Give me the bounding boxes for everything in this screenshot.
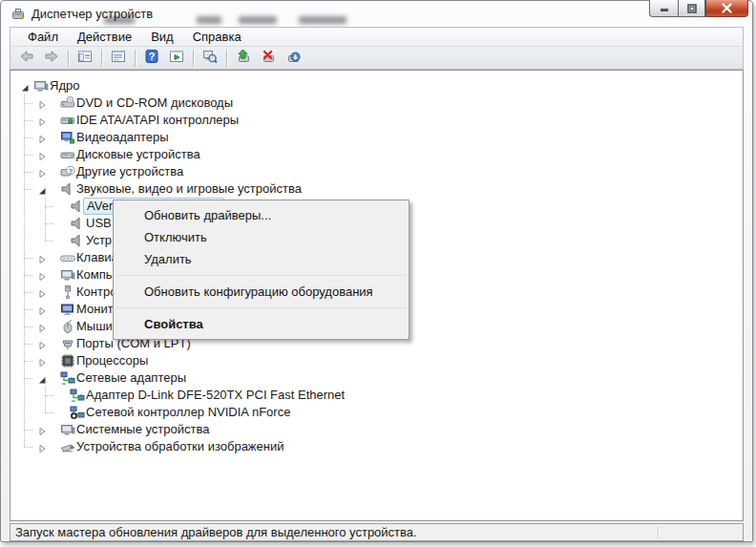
context-menu-item[interactable]: Обновить драйверы... [114, 204, 409, 226]
tree-item[interactable]: Ядро [10, 77, 743, 95]
context-menu: Обновить драйверы...ОтключитьУдалитьОбно… [113, 200, 410, 340]
tree-item-label[interactable]: Видеоадаптеры [74, 130, 172, 145]
minimize-button[interactable] [649, 0, 678, 17]
maximize-button[interactable] [678, 0, 705, 17]
scan-computer-button[interactable] [199, 48, 221, 69]
tree-guide-stub [24, 172, 33, 173]
tree-item-label[interactable]: Системные устройства [74, 422, 212, 437]
toolbar-separator [226, 50, 227, 67]
tree-guide-stub [45, 241, 54, 242]
toolbar-separator [193, 50, 194, 67]
minimize-icon [660, 4, 669, 12]
tree-item[interactable]: IDE ATA/ATAPI контроллеры [10, 112, 743, 129]
tree-item-label[interactable]: Устр [83, 233, 115, 248]
menu-action[interactable]: Действие [68, 28, 141, 46]
collapse-arrow-icon[interactable] [37, 373, 47, 383]
context-menu-item[interactable]: Свойства [114, 313, 409, 335]
maximize-icon [687, 4, 697, 13]
tree-item[interactable]: ?Другие устройства [10, 163, 743, 180]
svg-text:?: ? [69, 167, 74, 176]
context-menu-item[interactable]: Удалить [114, 248, 409, 270]
context-menu-separator [116, 307, 407, 308]
tree-item-label[interactable]: Сетевой контроллер NVIDIA nForce [83, 405, 293, 420]
tree-item[interactable]: Звуковые, видео и игровые устройства [10, 180, 743, 198]
forward-arrow-icon [44, 49, 59, 68]
expand-arrow-icon[interactable] [37, 150, 47, 159]
tree-guide-stub [24, 344, 33, 345]
tree-item-label[interactable]: IDE ATA/ATAPI контроллеры [74, 113, 242, 128]
expand-arrow-icon[interactable] [37, 167, 47, 177]
status-text: Запуск мастера обновления драйверов для … [15, 525, 417, 540]
tree-item-label[interactable]: Звуковые, видео и игровые устройства [74, 181, 304, 197]
tree-guide-stub [24, 309, 33, 310]
tree-guide-stub [24, 326, 33, 327]
expand-arrow-icon[interactable] [37, 425, 47, 434]
menu-file[interactable]: Файл [18, 28, 68, 46]
expand-arrow-icon[interactable] [37, 322, 47, 331]
menu-view[interactable]: Вид [141, 28, 183, 46]
toolbar-separator [135, 50, 136, 67]
tree-item[interactable]: Дисковые устройства [10, 146, 743, 163]
tree-item-label[interactable]: DVD и CD-ROM дисководы [74, 95, 236, 111]
tree-guide-stub [24, 189, 33, 190]
tree-item[interactable]: DVD и CD-ROM дисководы [10, 95, 743, 112]
tree-guide-stub [24, 155, 33, 156]
hardware-scan-icon [285, 49, 301, 68]
tree-item-label[interactable]: USB [83, 216, 115, 231]
tree-item[interactable]: Сетевые адаптеры [10, 369, 743, 387]
tree-item[interactable]: Адаптер D-Link DFE-520TX PCI Fast Ethern… [10, 387, 743, 404]
close-button[interactable] [705, 0, 748, 17]
help-icon: ? [144, 49, 159, 68]
tree-guide-stub [24, 378, 33, 379]
tree-item-label[interactable]: Другие устройства [74, 164, 186, 179]
action-pane-button[interactable] [165, 48, 188, 69]
uninstall-device-icon [261, 49, 276, 68]
context-menu-item[interactable]: Обновить конфигурацию оборудования [114, 281, 409, 303]
scan-computer-icon [202, 49, 218, 68]
tree-item-label[interactable]: Дисковые устройства [74, 147, 203, 162]
expand-arrow-icon[interactable] [37, 270, 47, 280]
expand-arrow-icon[interactable] [37, 116, 47, 125]
back-arrow-button[interactable] [15, 48, 38, 69]
properties-button[interactable] [107, 48, 130, 69]
tree-guide-stub [24, 292, 33, 293]
menu-help[interactable]: Справка [183, 28, 251, 46]
help-button[interactable]: ? [140, 48, 163, 69]
tree-guide-stub [24, 447, 33, 448]
forward-arrow-button[interactable] [40, 48, 63, 69]
toolbar-separator [101, 50, 102, 67]
tree-item[interactable]: Сетевой контроллер NVIDIA nForce [10, 404, 743, 421]
expand-arrow-icon[interactable] [37, 305, 47, 314]
tree-item-label[interactable]: Адаптер D-Link DFE-520TX PCI Fast Ethern… [83, 388, 347, 403]
expand-arrow-icon[interactable] [37, 442, 47, 452]
expand-arrow-icon[interactable] [37, 287, 47, 297]
expand-arrow-icon[interactable] [37, 339, 47, 348]
tree-guide-stub [24, 430, 33, 431]
console-tree-button[interactable] [74, 48, 96, 69]
uninstall-device-button[interactable] [257, 48, 280, 69]
tree-item[interactable]: Процессоры [10, 352, 743, 369]
titlebar[interactable]: Диспетчер устройств [1, 1, 752, 28]
menu-bar: ФайлДействиеВидСправка [10, 27, 744, 46]
context-menu-item[interactable]: Отключить [114, 226, 409, 248]
tree-item[interactable]: Устройства обработки изображений [10, 438, 743, 455]
update-driver-button[interactable] [232, 48, 255, 69]
collapse-arrow-icon[interactable] [37, 184, 47, 194]
tree-guide-stub [24, 103, 33, 104]
tree-item-label[interactable]: Процессоры [74, 353, 151, 368]
properties-icon [111, 49, 126, 68]
hardware-scan-button[interactable] [282, 48, 304, 69]
context-menu-separator [116, 275, 407, 276]
tree-item-label[interactable]: Ядро [47, 78, 82, 94]
expand-arrow-icon[interactable] [37, 98, 47, 108]
tree-item-label[interactable]: Сетевые адаптеры [74, 370, 189, 386]
expand-arrow-icon[interactable] [37, 133, 47, 142]
expand-arrow-icon[interactable] [37, 356, 47, 366]
tree-item-label[interactable]: Устройства обработки изображений [74, 439, 287, 454]
collapse-arrow-icon[interactable] [20, 81, 30, 91]
tree-guide-stub [24, 137, 33, 138]
back-arrow-icon [19, 49, 34, 68]
tree-item[interactable]: Видеоадаптеры [10, 129, 743, 146]
expand-arrow-icon[interactable] [37, 253, 47, 263]
tree-item[interactable]: Системные устройства [10, 421, 743, 438]
